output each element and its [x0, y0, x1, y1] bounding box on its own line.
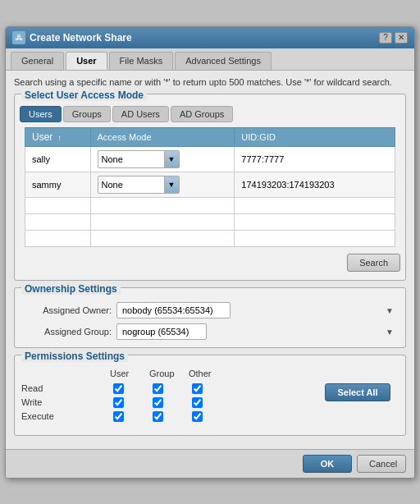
perm-row-read: Read [21, 382, 317, 396]
sub-tab-users[interactable]: Users [20, 106, 62, 122]
owner-dropdown-arrow: ▼ [386, 305, 394, 314]
perm-col-group: Group [149, 369, 166, 378]
perm-col-other: Other [189, 369, 205, 378]
perm-execute-group-check[interactable] [153, 411, 163, 422]
perm-write-other-cell [189, 397, 205, 408]
help-button[interactable]: ? [379, 32, 392, 44]
access-cell-1: None ▼ [90, 172, 235, 197]
assigned-owner-label: Assigned Owner: [21, 305, 112, 315]
table-row-empty [25, 213, 395, 230]
table-row-empty [25, 197, 395, 213]
perm-write-label: Write [21, 397, 103, 407]
permissions-section: Permissions Settings User Group Other [14, 355, 406, 436]
search-hint: Search using a specific name or with '*'… [14, 77, 406, 87]
title-bar: 🖧 Create Network Share ? ✕ [6, 27, 414, 48]
perm-row-execute: Execute [21, 410, 317, 424]
table-row: sally None ▼ 7777:7777 [25, 146, 395, 172]
sub-tab-bar: Users Groups AD Users AD Groups [15, 106, 405, 127]
sub-tab-ad-users[interactable]: AD Users [112, 106, 169, 122]
ownership-title: Ownership Settings [21, 283, 121, 295]
table-row: sammy None ▼ 174193203:174193203 [25, 172, 395, 197]
tab-general[interactable]: General [11, 52, 64, 70]
assigned-owner-select[interactable]: nobody (65534:65534) [116, 302, 231, 318]
perm-execute-other-cell [189, 411, 205, 422]
permissions-title: Permissions Settings [21, 351, 128, 362]
perm-execute-label: Execute [21, 411, 103, 421]
title-buttons: ? ✕ [379, 32, 408, 44]
ok-button[interactable]: OK [303, 455, 352, 473]
col-header-uid[interactable]: UID:GID [235, 127, 395, 146]
col-header-user[interactable]: User ↑ [25, 127, 91, 146]
access-dropdown-1[interactable]: None ▼ [98, 176, 180, 194]
sort-arrow-user: ↑ [57, 134, 62, 142]
perm-execute-user-cell [110, 411, 126, 422]
perm-write-group-check[interactable] [153, 397, 163, 408]
assigned-owner-row: Assigned Owner: nobody (65534:65534) ▼ [15, 300, 405, 321]
assigned-group-select[interactable]: nogroup (65534) [116, 323, 207, 340]
dialog: 🖧 Create Network Share ? ✕ General User … [5, 26, 415, 479]
tab-file-masks[interactable]: File Masks [109, 52, 174, 70]
close-button[interactable]: ✕ [395, 32, 408, 44]
search-button[interactable]: Search [347, 254, 400, 272]
select-all-button[interactable]: Select All [325, 383, 390, 401]
perm-write-user-cell [110, 397, 126, 408]
perm-read-user-cell [110, 383, 126, 394]
ownership-section: Ownership Settings Assigned Owner: nobod… [14, 287, 406, 348]
user-cell-0: sally [25, 146, 91, 172]
select-all-col: Select All [317, 367, 399, 401]
perm-write-other-check[interactable] [192, 397, 203, 408]
perm-read-other-cell [189, 383, 205, 394]
perm-header-row: User Group Other [21, 367, 317, 382]
perm-write-group-cell [149, 397, 166, 408]
perm-execute-user-check[interactable] [113, 411, 124, 422]
permissions-body: User Group Other Read [15, 367, 405, 430]
perm-read-group-check[interactable] [153, 383, 163, 394]
perm-write-checks [110, 397, 205, 408]
perm-read-group-cell [149, 383, 166, 394]
user-table: User ↑ Access Mode UID:GID sally [25, 127, 395, 247]
dropdown-arrow-1[interactable]: ▼ [164, 176, 179, 193]
perm-read-other-check[interactable] [192, 383, 203, 394]
perm-read-checks [110, 383, 205, 394]
perm-execute-checks [110, 411, 205, 422]
perm-write-user-check[interactable] [113, 397, 124, 408]
user-cell-1: sammy [25, 172, 91, 197]
perm-read-user-check[interactable] [113, 383, 124, 394]
cancel-button[interactable]: Cancel [357, 455, 406, 473]
tab-bar: General User File Masks Advanced Setting… [6, 48, 414, 71]
dialog-footer: OK Cancel [6, 449, 414, 478]
sub-tab-ad-groups[interactable]: AD Groups [171, 106, 233, 122]
permissions-table: User Group Other Read [21, 367, 317, 424]
table-row-empty [25, 230, 395, 246]
access-cell-0: None ▼ [90, 146, 235, 172]
dialog-icon: 🖧 [12, 31, 25, 44]
user-table-wrapper: User ↑ Access Mode UID:GID sally [15, 127, 405, 247]
perm-execute-other-check[interactable] [192, 411, 203, 422]
tab-advanced-settings[interactable]: Advanced Settings [175, 52, 272, 70]
dialog-title: Create Network Share [30, 32, 132, 44]
uid-cell-1: 174193203:174193203 [235, 172, 395, 197]
perm-row-write: Write [21, 396, 317, 410]
perm-col-headers: User Group Other [110, 369, 205, 378]
perm-col-user: User [110, 369, 126, 378]
assigned-group-select-wrapper: nogroup (65534) ▼ [116, 323, 399, 340]
sub-tab-groups[interactable]: Groups [63, 106, 111, 122]
perm-execute-group-cell [149, 411, 166, 422]
tab-user[interactable]: User [66, 52, 107, 70]
perm-read-label: Read [21, 383, 103, 393]
dropdown-arrow-0[interactable]: ▼ [164, 151, 179, 167]
assigned-owner-select-wrapper: nobody (65534:65534) ▼ [116, 302, 399, 318]
user-access-section: Select User Access Mode Users Groups AD … [14, 94, 406, 281]
group-dropdown-arrow: ▼ [386, 327, 394, 336]
assigned-group-row: Assigned Group: nogroup (65534) ▼ [15, 321, 405, 342]
assigned-group-label: Assigned Group: [21, 327, 112, 337]
col-header-access[interactable]: Access Mode [90, 127, 235, 146]
permissions-layout: User Group Other Read [21, 367, 399, 424]
user-access-title: Select User Access Mode [21, 89, 147, 101]
content: Search using a specific name or with '*'… [6, 71, 414, 449]
search-btn-row: Search [15, 250, 405, 275]
access-dropdown-0[interactable]: None ▼ [98, 150, 180, 168]
uid-cell-0: 7777:7777 [235, 146, 395, 172]
